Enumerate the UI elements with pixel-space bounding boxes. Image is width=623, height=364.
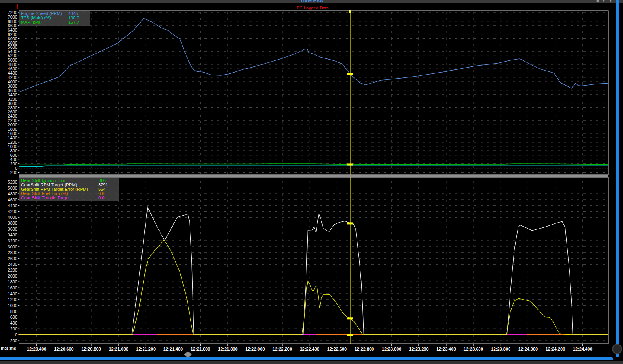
legend-cursor-value: 0.0	[98, 196, 104, 200]
engine-panel-border	[19, 11, 608, 175]
cursor-value-marker	[347, 222, 353, 224]
pan-grip-icon[interactable]	[187, 352, 189, 357]
time-plot-window: Time Plot ◉▾▾ PC Logged Data 72007000680…	[0, 0, 623, 364]
pan-left-icon[interactable]	[184, 352, 187, 357]
trace-engine-speed	[19, 18, 608, 92]
time-pan-splitter[interactable]	[184, 352, 192, 357]
engine-panel-legend: Engine Speed (RPM)4345TPS (Main) (%)100.…	[19, 11, 90, 26]
svg-text:2800: 2800	[8, 250, 17, 255]
legend-row: MAP (kPa)157.7	[21, 20, 89, 24]
svg-text:12:23.800: 12:23.800	[491, 347, 511, 351]
svg-text:0: 0	[15, 332, 17, 337]
svg-text:12:20.600: 12:20.600	[54, 347, 74, 351]
svg-text:3600: 3600	[8, 227, 17, 231]
svg-text:1600: 1600	[8, 285, 17, 290]
svg-text:12:21.600: 12:21.600	[191, 347, 210, 351]
grid-gearshift	[19, 178, 608, 343]
svg-text:12:23.200: 12:23.200	[409, 347, 429, 351]
trace-map	[19, 164, 608, 165]
svg-text:1200: 1200	[8, 297, 17, 302]
svg-text:3400: 3400	[8, 233, 17, 237]
svg-text:12:23.600: 12:23.600	[463, 347, 483, 351]
scroll-corner-knob[interactable]	[612, 344, 622, 354]
cursor-value-marker	[347, 317, 353, 319]
svg-text:12:21.000: 12:21.000	[109, 347, 128, 351]
gearshift-panel-legend: Gear Shift Ignition Trim-6.6GearShift RP…	[19, 178, 119, 201]
legend-cursor-value: 157.7	[68, 20, 79, 24]
svg-text:-200: -200	[9, 170, 17, 175]
horizontal-scrollbar[interactable]	[0, 357, 613, 360]
svg-text:12:21.200: 12:21.200	[136, 347, 156, 351]
svg-text:800: 800	[10, 309, 17, 314]
svg-text:12:24.000: 12:24.000	[518, 347, 538, 351]
svg-text:12:22.000: 12:22.000	[245, 347, 265, 351]
svg-text:12:23.000: 12:23.000	[382, 347, 402, 351]
traces-engine	[19, 18, 608, 167]
svg-text:3800: 3800	[8, 221, 17, 225]
svg-text:12:24.400: 12:24.400	[573, 347, 593, 351]
bottom-status-strip	[0, 361, 623, 364]
svg-text:2200: 2200	[8, 268, 17, 272]
svg-text:12:22.800: 12:22.800	[355, 347, 374, 351]
svg-text:12:22.400: 12:22.400	[300, 347, 319, 351]
svg-text:12:22.200: 12:22.200	[272, 347, 292, 351]
svg-text:4400: 4400	[8, 203, 17, 208]
svg-text:1400: 1400	[8, 291, 17, 296]
svg-text:1000: 1000	[8, 303, 17, 308]
svg-text:2600: 2600	[8, 256, 17, 261]
svg-text:12:21.800: 12:21.800	[218, 347, 238, 351]
cursor-grab-handle[interactable]	[349, 10, 351, 13]
x-axis-labels: 12:20.40012:20.60012:20.80012:21.00012:2…	[27, 344, 593, 351]
svg-text:4800: 4800	[8, 191, 17, 196]
grid-engine	[19, 11, 608, 174]
svg-text:3200: 3200	[8, 238, 17, 243]
svg-text:12:24.200: 12:24.200	[546, 347, 565, 351]
y-axis-labels-engine: 7200700068006600640062006000580056005400…	[8, 10, 19, 175]
panel-divider[interactable]	[19, 175, 608, 177]
legend-row: Gear Shift Throttle Target0.0	[21, 196, 117, 200]
svg-text:2400: 2400	[8, 262, 17, 266]
pan-right-icon[interactable]	[189, 352, 192, 357]
svg-text:-200: -200	[9, 338, 17, 343]
gearshift-panel-border	[19, 177, 608, 344]
legend-channel-label: MAP (kPa)	[21, 20, 42, 24]
y-axis-labels-gearshift: 5200500048004600440042004000380036003400…	[8, 180, 19, 343]
svg-text:3000: 3000	[8, 244, 17, 249]
svg-text:2000: 2000	[8, 274, 17, 278]
svg-text:12:21.400: 12:21.400	[163, 347, 183, 351]
svg-text:12:22.600: 12:22.600	[327, 347, 347, 351]
svg-text:4200: 4200	[8, 209, 17, 214]
cursor-value-marker	[347, 334, 353, 336]
trace-rpm-target	[19, 207, 608, 335]
svg-text:12:20.400: 12:20.400	[27, 347, 47, 351]
svg-text:200: 200	[10, 326, 17, 331]
vertical-scrollbar[interactable]	[616, 0, 619, 357]
svg-text:1800: 1800	[8, 280, 17, 284]
cursor-value-marker	[347, 73, 353, 75]
svg-text:12:20.800: 12:20.800	[81, 347, 101, 351]
svg-text:4600: 4600	[8, 197, 17, 202]
svg-text:4000: 4000	[8, 215, 17, 220]
svg-text:600: 600	[10, 315, 17, 319]
svg-text:5000: 5000	[8, 186, 17, 190]
legend-channel-label: Gear Shift Throttle Target	[21, 195, 69, 200]
svg-text:5200: 5200	[8, 180, 17, 184]
svg-text:12:23.400: 12:23.400	[436, 347, 456, 351]
traces-gearshift	[19, 207, 608, 335]
svg-text:400: 400	[10, 321, 17, 325]
trace-rpm-target-error	[19, 240, 608, 335]
cursor-value-marker	[347, 164, 353, 166]
trace-tps-main	[19, 166, 608, 167]
x-axis-unit-label: m:s:ms	[1, 346, 16, 351]
